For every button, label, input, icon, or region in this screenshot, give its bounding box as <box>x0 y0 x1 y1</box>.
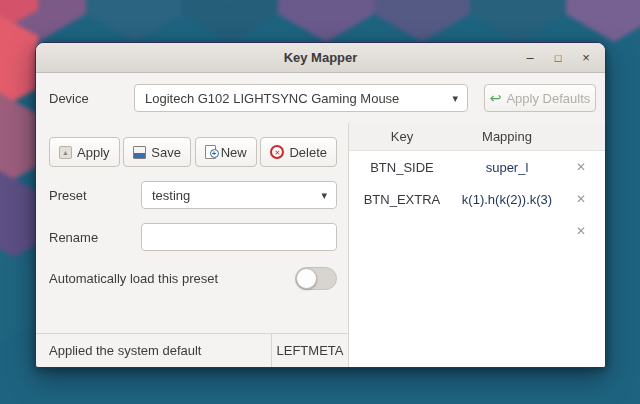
column-header-mapping: Mapping <box>455 129 559 144</box>
mapping-row-empty[interactable]: ✕ <box>349 215 605 247</box>
delete-button-label: Delete <box>289 145 327 160</box>
desktop-background: Key Mapper – □ × Device Logitech G102 LI… <box>0 0 640 404</box>
rename-row: Rename <box>36 223 348 251</box>
new-button-label: New <box>221 145 247 160</box>
mapping-row[interactable]: BTN_SIDE super_l ✕ <box>349 151 605 183</box>
preset-label: Preset <box>49 188 141 203</box>
mapping-row-key: BTN_EXTRA <box>349 192 455 207</box>
preset-dropdown[interactable]: testing ▾ <box>141 181 337 209</box>
titlebar[interactable]: Key Mapper – □ × <box>36 43 605 73</box>
apply-icon: ▲ <box>59 146 72 159</box>
window-title: Key Mapper <box>284 50 358 65</box>
pressed-key-indicator: LEFTMETA <box>272 343 348 358</box>
rename-input[interactable] <box>141 223 337 251</box>
delete-button[interactable]: ✕ Delete <box>260 137 337 167</box>
autoload-label: Automatically load this preset <box>49 271 218 286</box>
device-label: Device <box>49 91 134 106</box>
toggle-knob <box>296 268 317 289</box>
apply-button-label: Apply <box>77 145 110 160</box>
mapping-row[interactable]: BTN_EXTRA k(1).h(k(2)).k(3) ✕ <box>349 183 605 215</box>
save-button-label: Save <box>151 145 181 160</box>
mapping-row-value[interactable]: super_l <box>455 160 559 175</box>
close-button[interactable]: × <box>577 49 595 67</box>
apply-defaults-label: Apply Defaults <box>506 91 590 106</box>
left-panel: ▲ Apply Save + New ✕ Delete <box>36 123 348 367</box>
mapping-panel: Key Mapping BTN_SIDE super_l ✕ BTN_EXTRA… <box>348 123 605 367</box>
save-icon <box>133 146 146 159</box>
autoload-toggle[interactable] <box>295 267 337 290</box>
chevron-down-icon: ▾ <box>452 92 458 105</box>
chevron-down-icon: ▾ <box>321 189 327 202</box>
new-button[interactable]: + New <box>195 137 257 167</box>
mapping-row-key: BTN_SIDE <box>349 160 455 175</box>
device-dropdown[interactable]: Logitech G102 LIGHTSYNC Gaming Mouse ▾ <box>134 84 468 112</box>
status-message: Applied the system default <box>36 343 271 358</box>
save-button[interactable]: Save <box>123 137 191 167</box>
mapping-row-value[interactable]: k(1).h(k(2)).k(3) <box>455 192 559 207</box>
preset-dropdown-value: testing <box>152 188 315 203</box>
minimize-button[interactable]: – <box>521 49 539 67</box>
delete-icon: ✕ <box>270 145 284 159</box>
key-mapper-window: Key Mapper – □ × Device Logitech G102 LI… <box>35 42 606 368</box>
remove-mapping-icon[interactable]: ✕ <box>572 222 590 240</box>
autoload-row: Automatically load this preset <box>36 267 348 290</box>
device-row: Device Logitech G102 LIGHTSYNC Gaming Mo… <box>36 73 605 123</box>
device-dropdown-value: Logitech G102 LIGHTSYNC Gaming Mouse <box>145 91 446 106</box>
remove-mapping-icon[interactable]: ✕ <box>572 158 590 176</box>
maximize-button[interactable]: □ <box>549 49 567 67</box>
rename-label: Rename <box>49 230 141 245</box>
apply-button[interactable]: ▲ Apply <box>49 137 120 167</box>
new-document-icon: + <box>205 145 216 159</box>
plus-icon: + <box>210 149 219 158</box>
status-bar: Applied the system default LEFTMETA <box>36 333 348 367</box>
preset-toolbar: ▲ Apply Save + New ✕ Delete <box>36 123 348 167</box>
apply-defaults-button[interactable]: ↩ Apply Defaults <box>484 84 596 112</box>
undo-arrow-icon: ↩ <box>490 91 502 105</box>
window-controls: – □ × <box>521 43 595 72</box>
preset-row: Preset testing ▾ <box>36 181 348 209</box>
mapping-table-header: Key Mapping <box>349 123 605 151</box>
column-header-key: Key <box>349 129 455 144</box>
remove-mapping-icon[interactable]: ✕ <box>572 190 590 208</box>
main-area: ▲ Apply Save + New ✕ Delete <box>36 123 605 367</box>
